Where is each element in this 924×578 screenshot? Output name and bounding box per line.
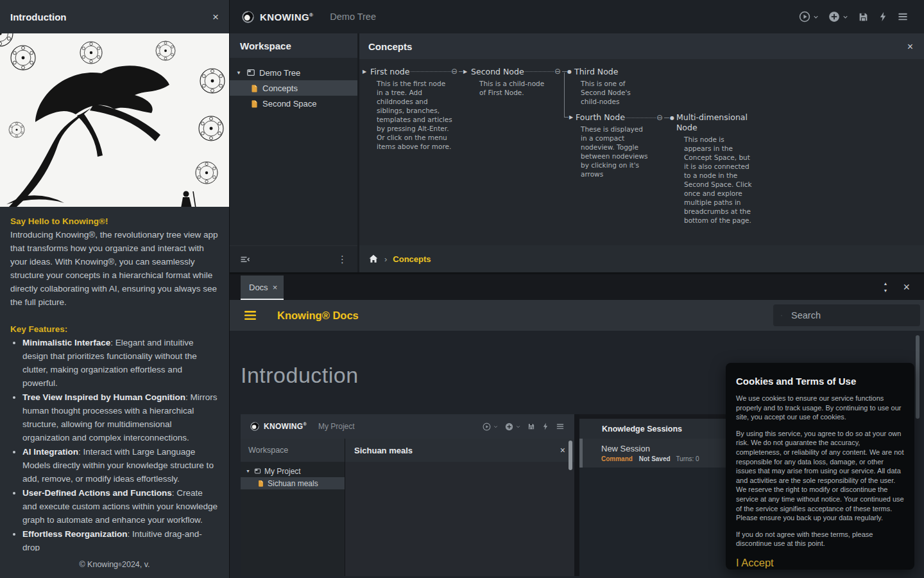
node-title[interactable]: Fourth Node	[576, 112, 625, 123]
tab-docs[interactable]: Docs ×	[241, 276, 284, 300]
node-expander-icon[interactable]: ▶	[363, 69, 366, 74]
node-bullet-icon: ●	[670, 116, 674, 121]
introduction-panel-title: Introduction	[10, 12, 66, 22]
concepts-panel-title: Concepts	[368, 41, 412, 52]
collapse-circle-icon[interactable]: ⊖	[656, 114, 663, 121]
node-title[interactable]: Second Node	[471, 67, 524, 77]
add-node-button[interactable]	[828, 11, 849, 22]
close-icon[interactable]: ×	[903, 282, 910, 293]
node-description: This is one of Second Node's child-nodes	[581, 79, 645, 106]
tree-item-concepts[interactable]: Concepts	[230, 80, 357, 96]
list-item: Tree View Inspired by Human Cognition: M…	[22, 390, 219, 444]
file-icon	[257, 480, 264, 487]
home-icon[interactable]	[368, 254, 379, 264]
node-expander-icon[interactable]: ▶	[463, 69, 467, 74]
chevron-down-icon	[493, 424, 499, 430]
chevron-down-icon[interactable]	[812, 13, 819, 21]
collapse-circle-icon[interactable]: ⊖	[451, 67, 458, 75]
menu-icon[interactable]	[897, 11, 909, 22]
introduction-panel-content: Say Hello to Knowing®! Introducing Knowi…	[0, 207, 229, 551]
lightning-icon	[542, 423, 549, 430]
tab-close-icon[interactable]: ×	[273, 283, 278, 292]
node-canvas: ▶ First node ⊖ ▶ Second Node ⊖ ● Third N…	[359, 59, 924, 245]
screenshot-project-name: My Project	[318, 422, 355, 431]
panel-resize-control[interactable]: ▲ ▼	[884, 281, 888, 293]
node-connector-dotted	[622, 118, 656, 118]
search-icon	[781, 310, 782, 321]
breadcrumb: › Concepts	[359, 245, 924, 272]
list-item: Minimalistic Interface: Elegant and intu…	[22, 336, 219, 390]
project-window-icon	[254, 468, 261, 475]
cookie-paragraph: By using this service, you agree to do s…	[736, 429, 904, 523]
node-connector-dotted	[411, 71, 451, 72]
introduction-panel: Introduction ×	[0, 0, 230, 578]
collapse-circle-icon[interactable]: ⊖	[554, 67, 561, 75]
screenshot-scrollbar-thumb	[569, 441, 572, 470]
docs-header: Knowing® Docs	[230, 300, 924, 331]
resize-up-icon[interactable]: ▲	[884, 281, 888, 286]
branch-connector	[564, 73, 569, 118]
node-title[interactable]: First node	[370, 67, 409, 77]
introduction-panel-header: Introduction ×	[0, 0, 229, 33]
node-title[interactable]: Third Node	[574, 67, 618, 77]
app-top-bar: KNOWING® Demo Tree	[230, 0, 924, 33]
close-icon[interactable]: ×	[907, 41, 913, 52]
save-icon[interactable]	[858, 12, 869, 22]
workspace-tree: ▼ Demo Tree Concepts Second Space	[230, 58, 357, 111]
screenshot-workspace-sidebar: Workspace ▼ My Project S	[241, 439, 345, 576]
app-logo-icon	[242, 11, 254, 23]
cookie-paragraph: We use cookies to ensure our service fun…	[736, 394, 904, 422]
breadcrumb-separator: ›	[384, 254, 387, 264]
list-item: User-Defined Actions and Functions: Crea…	[22, 486, 219, 527]
accept-button[interactable]: I Accept	[736, 557, 774, 569]
node-description: This node is appears in the Concept Spac…	[684, 135, 753, 225]
screenshot-session-status: Not Saved	[639, 455, 671, 462]
node-connector	[664, 118, 669, 118]
more-options-icon[interactable]: ⋮	[338, 254, 347, 265]
cookie-paragraph: If you do not agree with these terms, pl…	[736, 530, 904, 548]
collapse-sidebar-icon[interactable]	[240, 254, 250, 265]
node-expander-icon[interactable]: ▶	[569, 115, 573, 120]
file-icon	[250, 84, 259, 92]
screenshot-mini-top-bar: KNOWING® My Project	[241, 414, 574, 439]
sidebar-bottom-bar: ⋮	[230, 245, 357, 272]
workspace-sidebar: Workspace ▼ Demo Tree Concepts Second Sp	[230, 33, 359, 272]
chevron-down-icon[interactable]	[842, 13, 849, 21]
node-connector	[562, 71, 567, 72]
play-icon	[483, 423, 491, 431]
node-description: This is a child-node of First Node.	[479, 79, 551, 97]
resize-down-icon[interactable]: ▼	[884, 288, 888, 293]
play-icon	[799, 11, 810, 22]
expander-down-icon[interactable]: ▼	[236, 70, 243, 76]
screenshot-tree-item: ▼ My Project	[241, 465, 345, 477]
screenshot-session-badge: Command	[601, 455, 633, 462]
docs-menu-icon[interactable]	[243, 308, 258, 323]
breadcrumb-concepts[interactable]: Concepts	[393, 254, 431, 264]
brand: KNOWING®	[242, 11, 313, 23]
node-connector	[459, 71, 463, 72]
menu-icon	[556, 422, 565, 431]
run-button[interactable]	[799, 11, 819, 22]
file-icon	[250, 100, 259, 108]
node-description: This is the first node in a tree. Add ch…	[377, 79, 452, 151]
search-box[interactable]	[773, 304, 920, 326]
docs-title: Knowing® Docs	[277, 310, 359, 322]
close-icon[interactable]: ×	[212, 12, 219, 22]
cookie-dialog-title: Cookies and Terms of Use	[736, 376, 904, 387]
key-features-heading: Key Features:	[10, 322, 219, 336]
screenshot-workspace-header: Workspace	[241, 439, 345, 462]
screenshot-session-turns: Turns: 0	[676, 455, 699, 462]
tree-item-demo-tree[interactable]: ▼ Demo Tree	[230, 65, 357, 80]
lightning-icon[interactable]	[878, 12, 888, 22]
search-input[interactable]	[790, 310, 912, 321]
tree-item-second-space[interactable]: Second Space	[230, 96, 357, 111]
save-icon	[527, 423, 535, 430]
plus-icon	[828, 11, 840, 22]
screenshot-doc-panel: Sichuan meals ×	[345, 439, 574, 576]
node-title[interactable]: Multi-dimensional Node	[676, 112, 757, 133]
project-name: Demo Tree	[330, 12, 376, 22]
scrollbar-thumb[interactable]	[916, 335, 920, 419]
top-bar-tools	[799, 11, 909, 22]
close-icon: ×	[560, 445, 565, 456]
project-window-icon	[246, 68, 255, 77]
